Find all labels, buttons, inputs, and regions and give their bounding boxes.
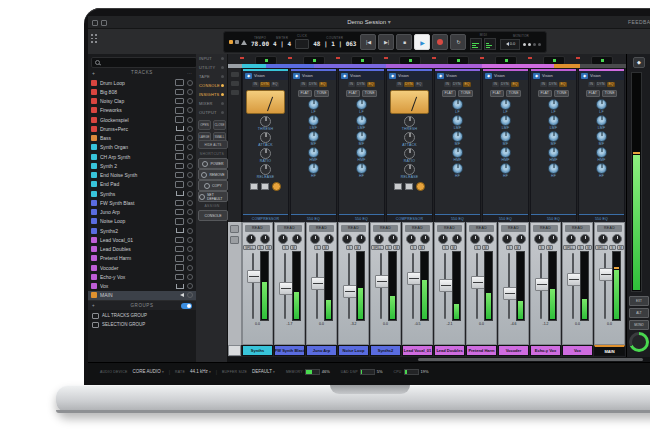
track-row[interactable]: Vox — [88, 282, 196, 291]
send-knob[interactable] — [292, 234, 302, 244]
comp-knob-thresh[interactable] — [404, 116, 415, 127]
record-arm-icon[interactable] — [187, 98, 193, 104]
insert-tag[interactable]: IN — [540, 82, 547, 87]
track-row[interactable]: Glockenspiel — [88, 115, 196, 124]
record-arm-icon[interactable] — [187, 209, 193, 215]
insert-tag[interactable]: EQ — [511, 82, 519, 87]
pan-knob[interactable] — [566, 234, 576, 244]
solo-button[interactable]: S — [282, 245, 289, 250]
insert-tag[interactable]: EQ — [463, 82, 471, 87]
fader-handle[interactable] — [471, 276, 485, 289]
channel-name-label[interactable]: Lead Vocal_01 — [402, 345, 433, 356]
view-tab-output[interactable]: OUTPUT — [196, 108, 227, 117]
insert-tag[interactable]: DYN — [596, 82, 606, 87]
close-button[interactable]: CLOSE — [213, 120, 226, 130]
eq-tone-button[interactable]: TONE — [314, 90, 330, 97]
insert-tag[interactable]: DYN — [260, 82, 270, 87]
eq-knob-mf[interactable] — [500, 131, 511, 142]
channel-name-label[interactable]: Echo-y Vox — [530, 345, 561, 356]
record-arm-icon[interactable] — [187, 117, 193, 123]
input-monitor-icon[interactable] — [175, 135, 184, 142]
track-row[interactable]: Fireworks — [88, 106, 196, 115]
insert-tag[interactable]: EQ — [367, 82, 375, 87]
track-row[interactable]: Vocoder — [88, 263, 196, 272]
record-arm-icon[interactable] — [187, 255, 193, 261]
eq-tone-button[interactable]: TONE — [602, 90, 618, 97]
insert-tag[interactable]: IN — [300, 82, 307, 87]
mute-button[interactable]: M — [585, 245, 593, 250]
record-arm-icon[interactable] — [187, 163, 193, 169]
track-row[interactable]: Big 808 — [88, 87, 196, 96]
fader-handle[interactable] — [343, 285, 357, 298]
input-monitor-icon[interactable] — [175, 153, 184, 160]
input-monitor-icon[interactable] — [175, 218, 184, 225]
counter-display[interactable]: COUNTER 48 | 1 | 063 — [313, 37, 356, 47]
groups-toggle[interactable] — [181, 303, 192, 309]
record-arm-icon[interactable] — [187, 246, 193, 252]
track-row[interactable]: Echo-y Vox — [88, 272, 196, 281]
record-arm-icon[interactable] — [187, 181, 193, 187]
input-monitor-icon[interactable] — [175, 181, 184, 188]
send-knob[interactable] — [484, 234, 494, 244]
fader-strip[interactable]: READ SM -1.2 — [530, 222, 561, 345]
eq-knob-hf[interactable] — [452, 163, 463, 174]
pan-knob[interactable] — [406, 234, 416, 244]
insert-tag[interactable]: IN — [588, 82, 595, 87]
fader-strip[interactable]: READ SM -1.7 — [274, 222, 305, 345]
input-monitor-icon[interactable] — [175, 246, 184, 253]
comp-knob-ratio[interactable] — [260, 148, 271, 159]
eq-tone-button[interactable]: TONE — [554, 90, 570, 97]
pan-knob[interactable] — [534, 234, 544, 244]
eq-knob-lf[interactable] — [356, 99, 367, 110]
insert-tag[interactable]: DYN — [548, 82, 558, 87]
send-knob[interactable] — [452, 234, 462, 244]
fader-strip[interactable]: READ SM -3.2 — [338, 222, 369, 345]
comp-knob-release[interactable] — [260, 164, 271, 175]
record-arm-icon[interactable] — [187, 191, 193, 197]
transport-mode-icons[interactable] — [229, 40, 247, 45]
spill-button[interactable]: SPILL — [595, 245, 608, 250]
console-strip[interactable]: ◆ Vision INDYNEQ FLATTONELFLMFMFHMFHF 55… — [434, 68, 481, 222]
fader-handle[interactable] — [247, 270, 261, 283]
eq-knob-lf[interactable] — [596, 99, 607, 110]
pan-knob[interactable] — [310, 234, 320, 244]
send-knob[interactable] — [388, 234, 398, 244]
comp-knob-thresh[interactable] — [260, 116, 271, 127]
status-value[interactable]: 44.1 kHz ▾ — [190, 369, 211, 374]
record-arm-icon[interactable] — [187, 283, 193, 289]
solo-button[interactable]: S — [314, 245, 321, 250]
input-monitor-icon[interactable] — [175, 79, 184, 86]
pan-knob[interactable] — [278, 234, 288, 244]
grid-icon[interactable] — [235, 40, 239, 44]
fader-handle[interactable] — [503, 287, 517, 300]
mute-button[interactable]: M — [514, 245, 522, 250]
comp-button[interactable] — [405, 183, 413, 190]
eq-knob-hmf[interactable] — [500, 147, 511, 158]
spill-button[interactable]: SPILL — [243, 245, 256, 250]
channel-name-label[interactable]: Juno Arp — [306, 345, 337, 356]
track-row[interactable]: Lead Doubles — [88, 245, 196, 254]
record-button[interactable] — [432, 34, 448, 50]
record-arm-icon[interactable] — [187, 107, 193, 113]
track-row[interactable]: Synth Organ — [88, 143, 196, 152]
fader-strip[interactable]: READ SPILLSM 0.0 — [242, 222, 273, 345]
monitor-knob[interactable] — [629, 332, 649, 352]
track-row[interactable]: End Noise Synth — [88, 171, 196, 180]
mute-button[interactable]: M — [546, 245, 554, 250]
session-title[interactable]: Demo Session ▾ — [88, 18, 650, 25]
open-button[interactable]: OPEN — [198, 120, 211, 130]
input-monitor-icon[interactable] — [175, 98, 184, 105]
input-monitor-icon[interactable] — [175, 116, 184, 123]
fader-handle[interactable] — [311, 277, 325, 290]
mute-button[interactable]: M — [265, 245, 273, 250]
record-arm-icon[interactable] — [187, 218, 193, 224]
fader-strip[interactable]: READ SPILLSM 0.0 — [370, 222, 401, 345]
solo-button[interactable]: S — [538, 245, 545, 250]
insert-tag[interactable]: DYN — [404, 82, 414, 87]
track-row[interactable]: End Pad — [88, 180, 196, 189]
console-strip[interactable]: ◆ Vision INDYNEQ FLATTONELFLMFMFHMFHF 55… — [482, 68, 529, 222]
channel-name-label[interactable]: Vox — [562, 345, 593, 356]
channel-name-label[interactable]: FW Synth Blast — [274, 345, 305, 356]
track-row[interactable]: Noise Loop — [88, 217, 196, 226]
automation-mode-button[interactable]: READ — [405, 225, 430, 232]
